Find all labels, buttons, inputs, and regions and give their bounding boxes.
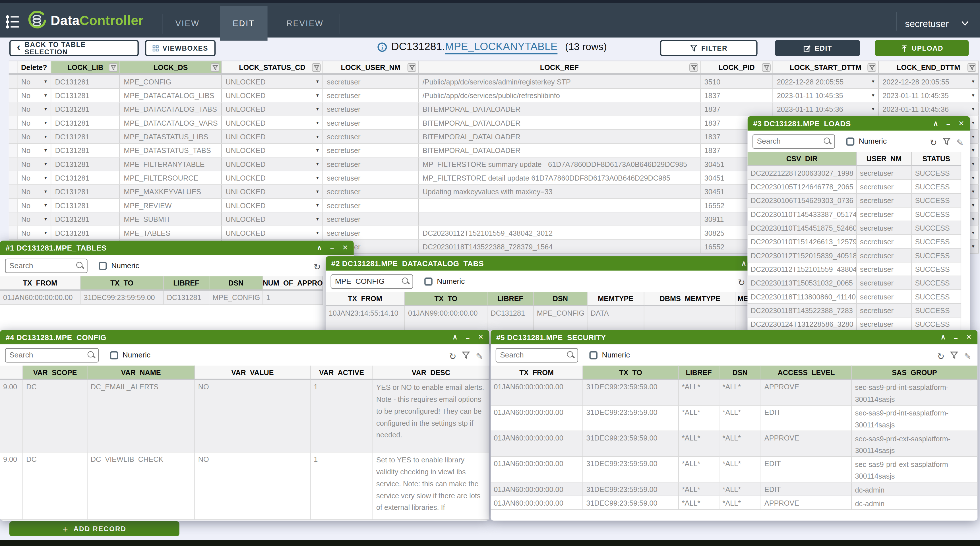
viewbox-titlebar[interactable]: #3 DC131281.MPE_LOADS∧–✕ bbox=[748, 116, 970, 131]
refresh-icon[interactable]: ↻ bbox=[738, 278, 745, 287]
close-icon[interactable]: ✕ bbox=[958, 119, 964, 128]
viewbox-titlebar[interactable]: #5 DC131281.MPE_SECURITY∧–✕ bbox=[490, 330, 977, 344]
minimize-icon[interactable]: – bbox=[947, 120, 950, 127]
filter-icon[interactable] bbox=[462, 351, 470, 362]
dropdown-cell-delete?[interactable]: No▾ bbox=[18, 116, 51, 129]
collapse-icon[interactable]: ∧ bbox=[941, 333, 946, 341]
collapse-icon[interactable]: ∧ bbox=[933, 119, 938, 128]
row-gutter[interactable] bbox=[9, 102, 18, 115]
dropdown-cell-lock_start_dttm[interactable]: 2023-01-11 10:45:35▾ bbox=[773, 89, 879, 102]
dropdown-cell-lock_status_cd[interactable]: UNLOCKED▾ bbox=[222, 171, 323, 184]
numeric-checkbox[interactable] bbox=[99, 262, 107, 270]
tree-menu-icon[interactable] bbox=[5, 14, 21, 30]
numeric-checkbox[interactable] bbox=[110, 351, 118, 359]
close-icon[interactable]: ✕ bbox=[966, 333, 972, 341]
column-filter-button[interactable] bbox=[109, 63, 118, 72]
row-gutter[interactable] bbox=[9, 116, 18, 129]
numeric-checkbox[interactable] bbox=[589, 351, 598, 359]
row-gutter[interactable] bbox=[9, 171, 18, 184]
close-icon[interactable]: ✕ bbox=[478, 333, 484, 341]
search-input[interactable] bbox=[752, 134, 835, 148]
column-filter-button[interactable] bbox=[689, 63, 698, 72]
back-to-table-selection-button[interactable]: ‹ BACK TO TABLE SELECTION bbox=[10, 40, 139, 56]
filter-button[interactable]: FILTER bbox=[660, 40, 757, 56]
row-gutter[interactable] bbox=[9, 158, 18, 170]
title-table-link[interactable]: MPE_LOCKANYTABLE bbox=[445, 41, 558, 54]
refresh-icon[interactable]: ↻ bbox=[313, 263, 321, 271]
add-record-button[interactable]: + ADD RECORD bbox=[10, 521, 180, 536]
dropdown-cell-lock_status_cd[interactable]: UNLOCKED▾ bbox=[222, 89, 323, 102]
collapse-icon[interactable]: ∧ bbox=[452, 333, 458, 341]
filter-icon[interactable] bbox=[943, 137, 951, 148]
search-input[interactable] bbox=[496, 348, 578, 362]
upload-button[interactable]: UPLOAD bbox=[875, 40, 969, 56]
dropdown-cell-lock_status_cd[interactable]: UNLOCKED▾ bbox=[222, 116, 323, 129]
row-gutter[interactable] bbox=[9, 199, 18, 212]
column-filter-button[interactable] bbox=[312, 63, 321, 72]
dropdown-cell-lock_status_cd[interactable]: UNLOCKED▾ bbox=[222, 226, 323, 239]
dropdown-cell-delete?[interactable]: No▾ bbox=[18, 171, 51, 184]
viewbox-titlebar[interactable]: #4 DC131281.MPE_CONFIG∧–✕ bbox=[0, 330, 490, 344]
dropdown-cell-delete?[interactable]: No▾ bbox=[18, 89, 51, 102]
row-gutter[interactable] bbox=[9, 212, 18, 226]
row-gutter[interactable] bbox=[9, 185, 18, 198]
dropdown-cell-lock_end_dttm[interactable]: 2023-01-11 10:45:35▾ bbox=[879, 89, 979, 102]
row-gutter[interactable] bbox=[9, 130, 18, 143]
viewbox-titlebar[interactable]: #1 DC131281.MPE_TABLES∧–✕ bbox=[0, 240, 354, 255]
column-filter-button[interactable] bbox=[762, 63, 771, 72]
tab-review[interactable]: REVIEW bbox=[274, 6, 336, 41]
dropdown-cell-delete?[interactable]: No▾ bbox=[18, 185, 51, 198]
edit-pencil-icon[interactable]: ✎ bbox=[476, 352, 483, 361]
dropdown-cell-lock_status_cd[interactable]: UNLOCKED▾ bbox=[222, 143, 323, 157]
dropdown-cell-lock_status_cd[interactable]: UNLOCKED▾ bbox=[222, 130, 323, 143]
dropdown-cell-lock_status_cd[interactable]: UNLOCKED▾ bbox=[222, 102, 323, 115]
dropdown-cell-lock_start_dttm[interactable]: 2022-12-28 20:05:55▾ bbox=[773, 75, 879, 88]
column-filter-button[interactable] bbox=[967, 63, 976, 72]
column-filter-button[interactable] bbox=[407, 63, 416, 72]
dropdown-cell-delete?[interactable]: No▾ bbox=[18, 130, 51, 143]
dropdown-cell-lock_status_cd[interactable]: UNLOCKED▾ bbox=[222, 185, 323, 198]
dropdown-cell-lock_status_cd[interactable]: UNLOCKED▾ bbox=[222, 212, 323, 226]
row-gutter[interactable] bbox=[9, 89, 18, 102]
tab-edit[interactable]: EDIT bbox=[220, 6, 267, 41]
dropdown-cell-delete?[interactable]: No▾ bbox=[18, 226, 51, 239]
dropdown-cell-lock_status_cd[interactable]: UNLOCKED▾ bbox=[222, 199, 323, 212]
row-gutter[interactable] bbox=[9, 143, 18, 157]
dropdown-cell-lock_status_cd[interactable]: UNLOCKED▾ bbox=[222, 75, 323, 88]
dropdown-cell-delete?[interactable]: No▾ bbox=[18, 75, 51, 88]
search-input[interactable] bbox=[5, 258, 88, 273]
dropdown-cell-delete?[interactable]: No▾ bbox=[18, 158, 51, 170]
search-input[interactable] bbox=[331, 274, 413, 289]
edit-button[interactable]: EDIT bbox=[775, 40, 860, 56]
row-gutter[interactable] bbox=[9, 226, 18, 239]
numeric-checkbox[interactable] bbox=[846, 137, 854, 145]
viewboxes-button[interactable]: VIEWBOXES bbox=[145, 40, 216, 56]
refresh-icon[interactable]: ↻ bbox=[449, 352, 457, 361]
filter-icon[interactable] bbox=[950, 351, 958, 362]
dropdown-cell-lock_start_dttm[interactable]: 2023-01-11 10:45:36▾ bbox=[773, 102, 879, 115]
column-filter-button[interactable] bbox=[211, 63, 220, 72]
dropdown-cell-delete?[interactable]: No▾ bbox=[18, 199, 51, 212]
edit-pencil-icon[interactable]: ✎ bbox=[964, 352, 971, 361]
collapse-icon[interactable]: ∧ bbox=[317, 244, 322, 252]
collapse-icon[interactable]: ∧ bbox=[741, 259, 746, 267]
viewbox-titlebar[interactable]: #2 DC131281.MPE_DATACATALOG_TABS∧–✕ bbox=[326, 256, 778, 271]
dropdown-cell-delete?[interactable]: No▾ bbox=[18, 143, 51, 157]
dropdown-cell-lock_end_dttm[interactable]: 2022-12-28 20:05:55▾ bbox=[879, 75, 979, 88]
edit-pencil-icon[interactable]: ✎ bbox=[956, 138, 964, 147]
dropdown-cell-lock_status_cd[interactable]: UNLOCKED▾ bbox=[222, 158, 323, 170]
search-input[interactable] bbox=[5, 348, 99, 362]
close-icon[interactable]: ✕ bbox=[342, 244, 348, 252]
dropdown-cell-delete?[interactable]: No▾ bbox=[18, 102, 51, 115]
refresh-icon[interactable]: ↻ bbox=[937, 352, 945, 361]
dropdown-cell-lock_end_dttm[interactable]: 2023-01-11 10:45:36▾ bbox=[879, 102, 979, 115]
column-filter-button[interactable] bbox=[867, 63, 876, 72]
refresh-icon[interactable]: ↻ bbox=[930, 138, 937, 147]
dropdown-cell-delete?[interactable]: No▾ bbox=[18, 212, 51, 226]
minimize-icon[interactable]: – bbox=[954, 333, 958, 341]
info-icon[interactable]: i bbox=[377, 42, 387, 51]
user-menu[interactable]: secretuser bbox=[905, 6, 969, 41]
tab-view[interactable]: VIEW bbox=[164, 6, 211, 41]
numeric-checkbox[interactable] bbox=[424, 277, 433, 285]
row-gutter[interactable] bbox=[9, 75, 18, 88]
